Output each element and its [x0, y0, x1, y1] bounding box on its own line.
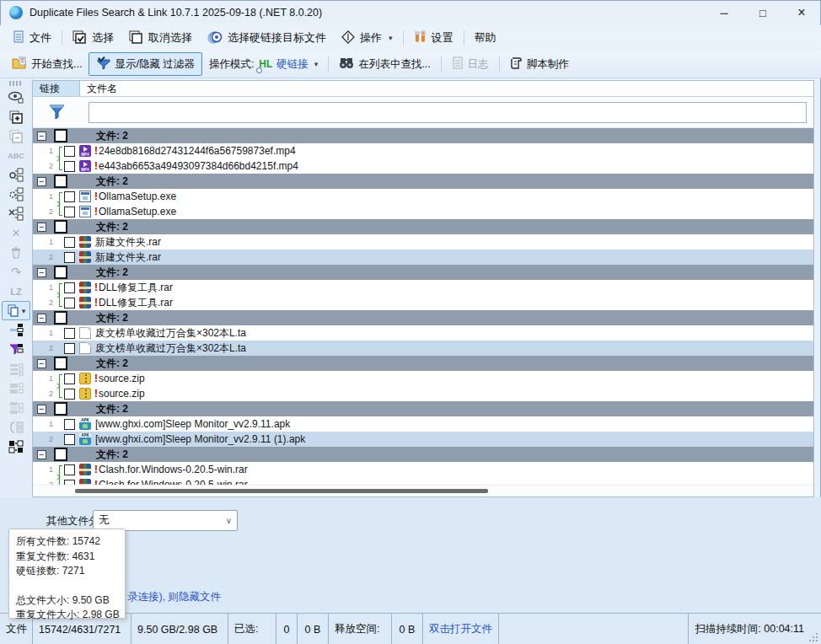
collapse-box-icon[interactable]: −: [37, 268, 46, 277]
move-files-icon[interactable]: ↷: [2, 262, 30, 282]
group-header[interactable]: −文件: 2: [33, 401, 813, 416]
group-header[interactable]: −文件: 2: [33, 356, 813, 371]
group-checkbox[interactable]: [54, 357, 67, 370]
menu-separator: [403, 30, 404, 46]
filter-checked-icon[interactable]: [2, 340, 30, 359]
file-row[interactable]: 1APK[www.ghxi.com]Sleep Monitor_vv2.9.11…: [33, 416, 813, 432]
file-checkbox[interactable]: [64, 282, 75, 293]
file-checkbox[interactable]: [64, 373, 75, 384]
group-checkbox[interactable]: [54, 311, 67, 325]
group-header[interactable]: −文件: 2: [33, 447, 813, 462]
file-checkbox[interactable]: [64, 419, 75, 430]
menu-deselect[interactable]: 取消选择: [121, 27, 200, 49]
close-button[interactable]: ×: [782, 0, 821, 25]
select-by-rule-icon[interactable]: [2, 165, 30, 185]
file-checkbox[interactable]: [64, 237, 75, 248]
file-row[interactable]: 1!DLL修复工具.rar: [33, 280, 813, 295]
expand-groups-icon[interactable]: [2, 107, 30, 126]
delete-files-icon[interactable]: ✕: [2, 223, 30, 243]
group-list-icon[interactable]: [2, 359, 30, 378]
file-checkbox[interactable]: [64, 161, 75, 172]
collapse-box-icon[interactable]: −: [37, 314, 46, 323]
group-checkbox[interactable]: [54, 402, 67, 416]
file-row[interactable]: 1!Clash.for.Windows-0.20.5-win.rar: [33, 462, 813, 477]
bracket-group-icon[interactable]: [2, 417, 30, 437]
menu-help[interactable]: 帮助: [467, 27, 504, 49]
file-row[interactable]: 1!OllamaSetup.exe: [33, 189, 813, 204]
file-row[interactable]: 1MP4!24e8db8168d27431244f6a56759873ef.mp…: [33, 143, 813, 158]
file-row[interactable]: 1废文榜单收藏过万合集×302本L.ta: [33, 325, 813, 341]
file-checkbox[interactable]: [64, 328, 75, 339]
filter-input[interactable]: [89, 102, 807, 123]
deselect-by-rule-icon[interactable]: [2, 204, 30, 223]
menu-actions[interactable]: 操作 ▾: [334, 27, 400, 49]
mode-dropdown[interactable]: HL 硬链接 ▾: [255, 53, 325, 75]
file-row[interactable]: 2!DLL修复工具.rar: [33, 295, 813, 310]
file-row-selected[interactable]: 2APK[www.ghxi.com]Sleep Monitor_vv2.9.11…: [33, 432, 813, 447]
group-checkbox[interactable]: [54, 129, 67, 142]
file-checkbox[interactable]: [64, 191, 75, 202]
group-header[interactable]: −文件: 2: [33, 128, 813, 143]
group-list-third-icon[interactable]: [2, 398, 30, 417]
preview-eye-icon[interactable]: [2, 88, 30, 107]
start-search-button[interactable]: 开始查找...: [5, 53, 89, 75]
group-checkbox[interactable]: [54, 220, 67, 233]
file-row[interactable]: 2!source.zip: [33, 386, 813, 401]
menu-settings[interactable]: 设置: [406, 27, 461, 49]
group-header[interactable]: −文件: 2: [33, 174, 813, 189]
column-filename[interactable]: 文件名: [80, 81, 813, 96]
collapse-box-icon[interactable]: −: [37, 405, 46, 414]
log-button[interactable]: 日志: [445, 53, 496, 75]
group-list-alt-icon[interactable]: [2, 378, 30, 398]
group-checkbox[interactable]: [54, 448, 67, 461]
invert-selection-icon[interactable]: [2, 437, 30, 456]
file-checkbox[interactable]: [64, 252, 75, 263]
menu-file[interactable]: 文件: [5, 27, 59, 49]
minimize-button[interactable]: ─: [705, 0, 743, 25]
file-row[interactable]: 2!Clash.for.Windows-0.20.5-win.rar: [33, 477, 813, 485]
collapse-box-icon[interactable]: −: [37, 450, 46, 459]
script-button[interactable]: 脚本制作: [503, 53, 576, 75]
collapse-groups-icon[interactable]: [2, 126, 30, 146]
collapse-box-icon[interactable]: −: [37, 131, 46, 141]
drag-grip-icon[interactable]: [9, 81, 23, 86]
horizontal-scrollbar[interactable]: [33, 485, 813, 496]
group-header[interactable]: −文件: 2: [33, 310, 813, 325]
collapse-box-icon[interactable]: −: [37, 177, 46, 186]
file-checkbox[interactable]: [64, 343, 75, 354]
menu-select[interactable]: 选择: [65, 27, 121, 49]
lz-compress-icon[interactable]: LZ: [2, 282, 30, 301]
stat-all-files: 所有文件数: 15742: [16, 534, 125, 550]
file-checkbox[interactable]: [64, 389, 75, 400]
file-checkbox[interactable]: [64, 207, 75, 217]
group-checkbox[interactable]: [54, 266, 67, 279]
rename-abc-icon[interactable]: ABC: [2, 146, 30, 165]
file-row[interactable]: 2MP4!e443ab6653a49493097384d66bd4215f.mp…: [33, 158, 813, 174]
group-header[interactable]: −文件: 2: [33, 265, 813, 280]
toggle-filter-button[interactable]: 显示/隐藏 过滤器: [89, 52, 201, 76]
copy-files-icon[interactable]: ▾: [2, 301, 30, 320]
find-in-list-button[interactable]: 在列表中查找...: [332, 53, 437, 75]
select-by-rule-alt-icon[interactable]: [2, 185, 30, 204]
file-row-selected[interactable]: 2新建文件夹.rar: [33, 250, 813, 265]
maximize-button[interactable]: □: [743, 0, 782, 25]
group-header[interactable]: −文件: 2: [33, 219, 813, 234]
recycle-bin-icon[interactable]: [2, 243, 30, 262]
checked-list-icon[interactable]: [2, 320, 30, 340]
file-row-selected[interactable]: 2废文榜单收藏过万合集×302本L.ta: [33, 341, 813, 356]
file-checkbox[interactable]: [64, 434, 75, 445]
resize-grip[interactable]: [809, 633, 818, 641]
file-checkbox[interactable]: [64, 146, 75, 157]
file-checkbox[interactable]: [64, 298, 75, 309]
file-row[interactable]: 1新建文件夹.rar: [33, 234, 813, 250]
file-row[interactable]: 2!OllamaSetup.exe: [33, 204, 813, 219]
collapse-box-icon[interactable]: −: [37, 223, 46, 232]
menu-select-hardlink-targets[interactable]: 选择硬链接目标文件: [200, 27, 334, 49]
collapse-box-icon[interactable]: −: [37, 359, 46, 368]
file-row[interactable]: 1!source.zip: [33, 371, 813, 386]
column-link[interactable]: 链接: [33, 81, 80, 96]
scrollbar-thumb[interactable]: [75, 489, 488, 493]
group-checkbox[interactable]: [54, 174, 67, 188]
file-checkbox[interactable]: [64, 464, 75, 475]
file-list[interactable]: −文件: 2 1MP4!24e8db8168d27431244f6a567598…: [33, 128, 813, 485]
